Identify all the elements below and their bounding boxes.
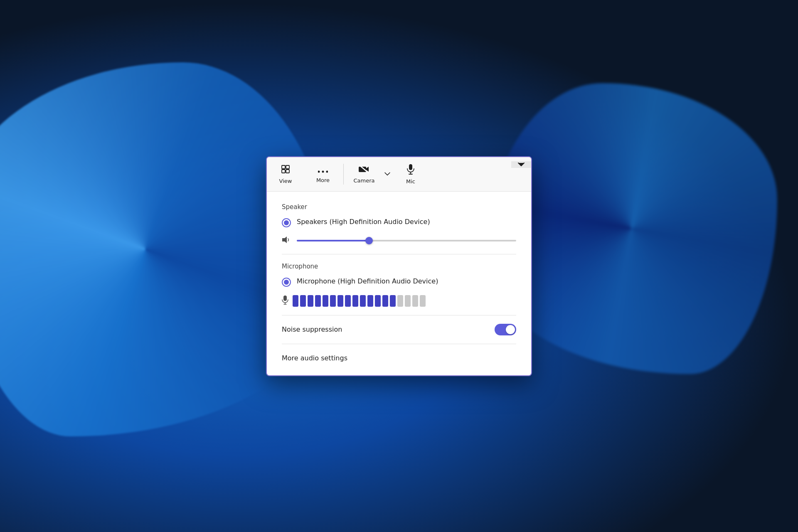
level-bar [412,295,418,307]
microphone-level-bars [293,295,426,307]
speaker-device-name: Speakers (High Definition Audio Device) [297,217,430,227]
toolbar-divider [343,164,344,185]
svg-rect-8 [409,164,412,170]
toolbar: View More [267,157,531,192]
level-bar [382,295,388,307]
microphone-radio-button[interactable] [282,278,291,287]
more-label: More [316,177,330,183]
slider-thumb[interactable] [365,237,373,244]
level-bar [367,295,373,307]
microphone-radio-option[interactable]: Microphone (High Definition Audio Device… [282,277,516,287]
level-bar [375,295,381,307]
level-bar [315,295,321,307]
level-bar [390,295,396,307]
microphone-level-icon [282,296,288,306]
noise-suppression-row: Noise suppression [282,324,516,335]
camera-off-icon [359,165,369,176]
toolbar-item-camera[interactable]: Camera [345,162,383,186]
svg-marker-11 [282,236,287,243]
camera-label: Camera [353,177,374,184]
noise-suppression-toggle[interactable] [495,324,516,335]
noise-more-divider [282,344,516,344]
svg-rect-2 [282,170,285,173]
level-bar [330,295,336,307]
camera-dropdown-button[interactable] [383,169,392,180]
toggle-thumb [506,325,515,334]
mic-noise-divider [282,315,516,315]
level-bar [300,295,306,307]
grid-icon [281,164,291,176]
audio-settings-panel: View More [266,156,532,376]
slider-fill [297,240,369,241]
mic-label: Mic [406,178,415,185]
level-bar [360,295,366,307]
svg-rect-12 [283,296,287,301]
level-bar [308,295,313,307]
level-bar [405,295,411,307]
toolbar-item-more[interactable]: More [304,163,342,186]
level-bar [420,295,426,307]
toolbar-expand-button[interactable] [511,161,531,168]
level-bar [397,295,403,307]
level-bar [293,295,298,307]
microphone-level-row [282,295,516,307]
toolbar-item-mic[interactable]: Mic [392,161,429,187]
more-audio-settings-link[interactable]: More audio settings [282,352,516,362]
speaker-volume-slider[interactable] [297,240,516,241]
svg-point-4 [318,170,320,172]
speaker-section: Speaker Speakers (High Definition Audio … [282,203,516,246]
svg-point-5 [322,170,324,172]
microphone-section-label: Microphone [282,263,516,270]
level-bar [337,295,343,307]
svg-rect-3 [286,170,289,173]
mic-icon [406,164,415,177]
level-bar [352,295,358,307]
speaker-radio-option[interactable]: Speakers (High Definition Audio Device) [282,217,516,227]
svg-rect-0 [282,165,285,169]
level-bar [345,295,351,307]
speaker-volume-row [282,236,516,246]
level-bar [323,295,328,307]
microphone-section: Microphone Microphone (High Definition A… [282,263,516,307]
noise-suppression-label: Noise suppression [282,325,342,333]
speaker-section-label: Speaker [282,203,516,211]
svg-rect-1 [286,165,289,169]
speaker-radio-button[interactable] [282,218,291,227]
panel-content: Speaker Speakers (High Definition Audio … [267,192,531,375]
view-label: View [279,178,292,184]
speaker-volume-icon [282,236,291,246]
microphone-device-name: Microphone (High Definition Audio Device… [297,277,438,286]
speaker-mic-divider [282,254,516,254]
toolbar-item-view[interactable]: View [267,162,304,187]
ellipsis-icon [318,165,328,175]
toolbar-camera-group: Camera [345,162,392,186]
svg-point-6 [326,170,328,172]
